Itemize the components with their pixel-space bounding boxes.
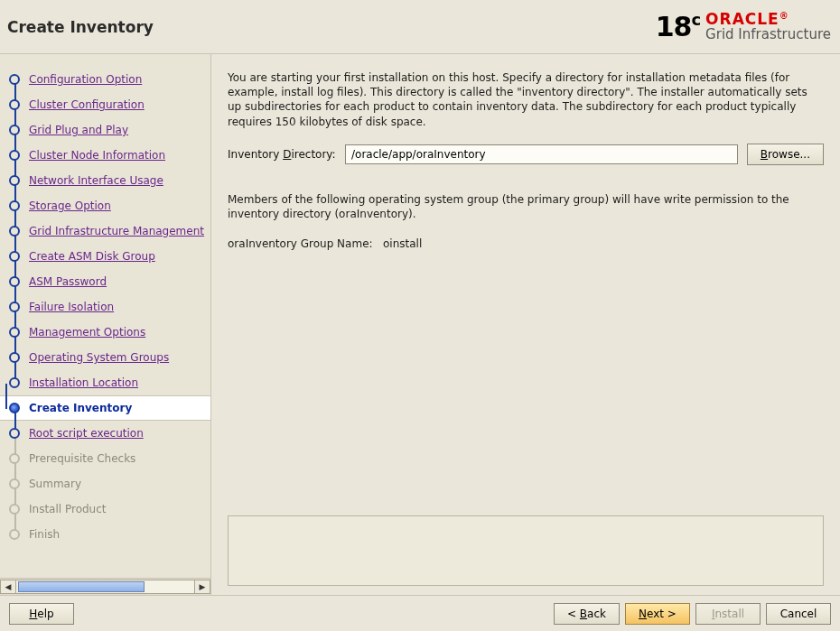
step-bullet-icon (9, 453, 20, 464)
wizard-step[interactable]: Grid Plug and Play (9, 117, 210, 143)
help-button[interactable]: Help (9, 603, 74, 625)
brand-version: 18c (656, 14, 700, 41)
inventory-directory-label: Inventory Directory: (228, 148, 345, 161)
step-label[interactable]: Storage Option (29, 200, 111, 212)
step-bullet-icon (9, 504, 20, 515)
inventory-directory-row: Inventory Directory: Browse... (228, 144, 824, 165)
step-bullet-icon (9, 276, 20, 287)
install-button: Install (695, 603, 761, 625)
step-label[interactable]: Grid Infrastructure Management (29, 225, 204, 237)
scroll-right-button[interactable]: ▶ (194, 580, 210, 594)
step-label: Finish (29, 528, 60, 541)
wizard-step: Finish (9, 522, 210, 547)
wizard-step[interactable]: ASM Password (9, 269, 210, 294)
wizard-step[interactable]: Create Inventory (0, 395, 210, 421)
wizard-step[interactable]: Management Options (9, 320, 210, 345)
step-bullet-icon (9, 529, 20, 540)
sidebar-hscrollbar[interactable]: ◀ ▶ (0, 578, 210, 595)
installer-window: Create Inventory 18c ORACLE® Grid Infras… (0, 0, 840, 631)
step-bullet-icon (9, 226, 20, 237)
step-label[interactable]: ASM Password (29, 275, 107, 288)
step-label[interactable]: Grid Plug and Play (29, 124, 128, 136)
step-bullet-icon (9, 74, 20, 85)
step-label: Install Product (29, 503, 107, 515)
step-label[interactable]: Configuration Option (29, 73, 142, 86)
wizard-step[interactable]: Configuration Option (9, 67, 210, 92)
step-label[interactable]: Installation Location (29, 376, 138, 389)
brand-product: Grid Infrastructure (705, 28, 831, 42)
step-bullet-icon (9, 99, 20, 110)
step-bullet-icon (9, 428, 20, 439)
sidebar: Configuration OptionCluster Configuratio… (0, 54, 211, 595)
wizard-step[interactable]: Failure Isolation (9, 294, 210, 320)
message-area (228, 515, 824, 586)
browse-button[interactable]: Browse... (747, 144, 824, 165)
step-bullet-icon (9, 125, 20, 135)
scroll-left-button[interactable]: ◀ (0, 580, 16, 594)
step-bullet-icon (9, 175, 20, 186)
step-bullet-icon (9, 377, 20, 388)
orainventory-group-value: oinstall (383, 237, 422, 250)
wizard-steps: Configuration OptionCluster Configuratio… (0, 54, 210, 578)
brand-block: 18c ORACLE® Grid Infrastructure (656, 12, 831, 42)
step-bullet-icon (9, 200, 20, 211)
main-content: You are starting your first installation… (211, 54, 840, 595)
next-button[interactable]: Next > (625, 603, 690, 625)
wizard-step: Prerequisite Checks (9, 446, 210, 471)
orainventory-group-row: oraInventory Group Name: oinstall (228, 237, 824, 250)
step-bullet-icon (9, 352, 20, 363)
step-label[interactable]: Create ASM Disk Group (29, 250, 155, 263)
step-label[interactable]: Failure Isolation (29, 301, 114, 313)
wizard-step[interactable]: Installation Location (9, 370, 210, 395)
brand-oracle: ORACLE® (705, 12, 831, 28)
step-bullet-icon (9, 251, 20, 262)
cancel-button[interactable]: Cancel (766, 603, 831, 625)
footer: Help < Back Next > Install Cancel (0, 595, 840, 631)
header: Create Inventory 18c ORACLE® Grid Infras… (0, 0, 840, 54)
step-label[interactable]: Network Interface Usage (29, 174, 163, 187)
step-label[interactable]: Operating System Groups (29, 351, 169, 364)
wizard-step[interactable]: Create ASM Disk Group (9, 244, 210, 269)
step-bullet-icon (9, 150, 20, 161)
wizard-step: Summary (9, 471, 210, 496)
inventory-directory-input[interactable] (345, 144, 738, 164)
scroll-track[interactable] (16, 580, 194, 594)
step-label: Prerequisite Checks (29, 452, 135, 465)
wizard-step[interactable]: Cluster Configuration (9, 92, 210, 117)
intro-text: You are starting your first installation… (228, 70, 824, 129)
wizard-step[interactable]: Operating System Groups (9, 345, 210, 370)
step-label[interactable]: Create Inventory (29, 402, 132, 414)
permission-text: Members of the following operating syste… (228, 192, 824, 221)
scroll-thumb[interactable] (18, 581, 145, 592)
orainventory-group-label: oraInventory Group Name: (228, 237, 373, 250)
step-label[interactable]: Cluster Configuration (29, 98, 145, 111)
step-bullet-icon (9, 327, 20, 338)
wizard-step[interactable]: Cluster Node Information (9, 143, 210, 168)
wizard-step[interactable]: Storage Option (9, 193, 210, 218)
step-bullet-icon (9, 302, 20, 312)
wizard-step: Install Product (9, 496, 210, 522)
step-bullet-icon (9, 478, 20, 489)
wizard-step[interactable]: Root script execution (9, 421, 210, 446)
page-title: Create Inventory (7, 18, 154, 36)
step-bullet-icon (9, 403, 20, 413)
step-label[interactable]: Root script execution (29, 427, 144, 440)
step-label: Summary (29, 478, 81, 490)
wizard-step[interactable]: Grid Infrastructure Management (9, 218, 210, 244)
step-label[interactable]: Management Options (29, 326, 145, 339)
back-button[interactable]: < Back (554, 603, 620, 625)
step-label[interactable]: Cluster Node Information (29, 149, 165, 162)
wizard-step[interactable]: Network Interface Usage (9, 168, 210, 193)
